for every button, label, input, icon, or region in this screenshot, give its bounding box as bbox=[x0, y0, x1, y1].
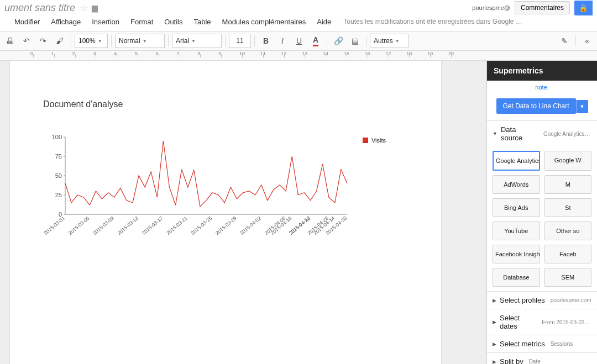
folder-icon[interactable]: ▆ bbox=[92, 3, 98, 12]
section-title: Select profiles bbox=[500, 296, 545, 304]
paint-format-icon[interactable]: 🖌 bbox=[52, 33, 67, 49]
svg-text:75: 75 bbox=[55, 153, 62, 160]
source-bing-ads[interactable]: Bing Ads bbox=[493, 198, 540, 217]
text-color-button[interactable]: A bbox=[308, 33, 323, 49]
separator bbox=[327, 35, 327, 46]
separator bbox=[111, 35, 112, 46]
source-google-w[interactable]: Google W bbox=[544, 151, 592, 171]
share-button[interactable]: 🔒 bbox=[574, 1, 593, 15]
chevron-right-icon: ▶ bbox=[493, 298, 496, 303]
star-icon[interactable]: ☆ bbox=[80, 3, 87, 13]
font-size-select[interactable]: 11 bbox=[229, 34, 251, 48]
source-m[interactable]: M bbox=[544, 175, 592, 194]
source-adwords[interactable]: AdWords bbox=[493, 175, 540, 194]
section-subtitle: From 2015-03-01 to 2 bbox=[542, 319, 591, 325]
legend-swatch bbox=[363, 138, 368, 143]
collapse-toolbar-icon[interactable]: « bbox=[579, 33, 595, 49]
separator bbox=[575, 35, 576, 46]
source-sem[interactable]: SEM bbox=[544, 268, 592, 287]
document-canvas[interactable]: Document d'analyse Visits 02550751002015… bbox=[0, 61, 486, 364]
source-st[interactable]: St bbox=[544, 198, 592, 217]
document-heading: Document d'analyse bbox=[43, 99, 408, 109]
section-title: Select metrics bbox=[500, 340, 545, 348]
section-subtitle: Google Analytics: po bbox=[543, 131, 591, 137]
undo-icon[interactable]: ↶ bbox=[19, 33, 34, 49]
svg-text:2015-03-25: 2015-03-25 bbox=[190, 215, 213, 236]
source-facebook-insights[interactable]: Facebook Insights bbox=[493, 245, 540, 263]
menu-format[interactable]: Format bbox=[125, 15, 159, 28]
svg-text:50: 50 bbox=[55, 172, 62, 179]
menu-outils[interactable]: Outils bbox=[159, 15, 188, 28]
insert-link-icon[interactable]: 🔗 bbox=[331, 33, 346, 49]
sidebar-title: Supermetrics bbox=[487, 61, 597, 81]
menu-bar: ModifierAffichageInsertionFormatOutilsTa… bbox=[0, 15, 597, 31]
section-subtitle: pourlespme.com bbox=[551, 297, 591, 303]
zoom-select[interactable]: 100%▼ bbox=[75, 34, 108, 48]
insert-comment-icon[interactable]: ▤ bbox=[347, 33, 363, 49]
source-other-so[interactable]: Other so bbox=[544, 221, 592, 240]
note-link[interactable]: note. bbox=[535, 84, 548, 91]
account-label: pourlespme@ bbox=[472, 4, 510, 11]
data-source-grid: Google AnalyticsGoogle WAdWordsMBing Ads… bbox=[487, 146, 597, 291]
svg-text:2015-03-17: 2015-03-17 bbox=[141, 215, 164, 236]
menu-affichage[interactable]: Affichage bbox=[45, 15, 86, 28]
section-subtitle: Sessions bbox=[551, 341, 573, 347]
separator bbox=[168, 35, 169, 46]
section-title: Select dates bbox=[500, 314, 536, 330]
svg-text:2015-03-01: 2015-03-01 bbox=[43, 215, 66, 236]
source-faceb[interactable]: Faceb bbox=[544, 245, 592, 263]
chart-legend: Visits bbox=[363, 137, 386, 144]
svg-text:100: 100 bbox=[52, 134, 62, 140]
ruler: 01234567891011121314151617181920 bbox=[0, 51, 597, 61]
svg-text:25: 25 bbox=[55, 192, 62, 198]
chart[interactable]: Visits 02550751002015-03-012015-03-05201… bbox=[43, 131, 353, 242]
font-select[interactable]: Arial▼ bbox=[172, 34, 222, 48]
paragraph-style-select[interactable]: Normal▼ bbox=[115, 34, 165, 48]
italic-button[interactable]: I bbox=[275, 33, 290, 49]
section-title: Split by bbox=[500, 357, 523, 364]
editing-mode-icon[interactable]: ✎ bbox=[557, 33, 572, 49]
svg-text:2015-03-05: 2015-03-05 bbox=[67, 215, 91, 236]
redo-icon[interactable]: ↷ bbox=[35, 33, 51, 49]
separator bbox=[225, 35, 226, 46]
menu-table[interactable]: Table bbox=[188, 15, 217, 28]
section-select-dates[interactable]: ▶ Select dates From 2015-03-01 to 2 bbox=[487, 309, 597, 335]
section-select-profiles[interactable]: ▶ Select profiles pourlespme.com bbox=[487, 291, 597, 309]
separator bbox=[254, 35, 255, 46]
section-title: Data source bbox=[501, 125, 538, 142]
svg-text:2015-03-21: 2015-03-21 bbox=[165, 215, 188, 236]
chevron-down-icon: ▼ bbox=[493, 131, 498, 136]
section-split-by[interactable]: ▶ Split by Date bbox=[487, 352, 597, 364]
section-data-source[interactable]: ▼ Data source Google Analytics: po bbox=[487, 120, 597, 146]
print-icon[interactable]: 🖶 bbox=[2, 33, 18, 49]
toolbar: 🖶 ↶ ↷ 🖌 100%▼ Normal▼ Arial▼ 11 B I U A … bbox=[0, 31, 597, 51]
source-database[interactable]: Database bbox=[493, 268, 540, 287]
chevron-right-icon: ▶ bbox=[493, 359, 496, 365]
section-subtitle: Date bbox=[529, 358, 541, 364]
source-youtube[interactable]: YouTube bbox=[493, 221, 540, 240]
separator bbox=[366, 35, 366, 46]
separator bbox=[71, 35, 71, 46]
svg-text:2015-03-13: 2015-03-13 bbox=[117, 215, 140, 236]
chevron-right-icon: ▶ bbox=[493, 319, 496, 325]
get-data-dropdown[interactable]: ▼ bbox=[576, 100, 588, 113]
get-data-button[interactable]: Get Data to Line Chart bbox=[496, 98, 576, 114]
menu-modules-complémentaires[interactable]: Modules complémentaires bbox=[217, 15, 312, 28]
page: Document d'analyse Visits 02550751002015… bbox=[10, 61, 441, 364]
comments-button[interactable]: Commentaires bbox=[515, 1, 570, 14]
supermetrics-sidebar: Supermetrics note. Get Data to Line Char… bbox=[486, 61, 597, 364]
more-select[interactable]: Autres▼ bbox=[370, 34, 409, 48]
document-title[interactable]: ument sans titre bbox=[4, 2, 75, 14]
legend-label: Visits bbox=[371, 137, 386, 144]
menu-modifier[interactable]: Modifier bbox=[9, 15, 45, 28]
svg-text:2015-04-02: 2015-04-02 bbox=[239, 215, 262, 236]
section-select-metrics[interactable]: ▶ Select metrics Sessions bbox=[487, 335, 597, 352]
save-status: Toutes les modifications ont été enregis… bbox=[343, 18, 522, 25]
menu-aide[interactable]: Aide bbox=[311, 15, 337, 28]
menu-insertion[interactable]: Insertion bbox=[86, 15, 125, 28]
lock-icon: 🔒 bbox=[579, 4, 588, 12]
bold-button[interactable]: B bbox=[258, 33, 274, 49]
underline-button[interactable]: U bbox=[291, 33, 307, 49]
svg-text:2015-03-29: 2015-03-29 bbox=[214, 215, 238, 236]
source-google-analytics[interactable]: Google Analytics bbox=[493, 151, 540, 171]
